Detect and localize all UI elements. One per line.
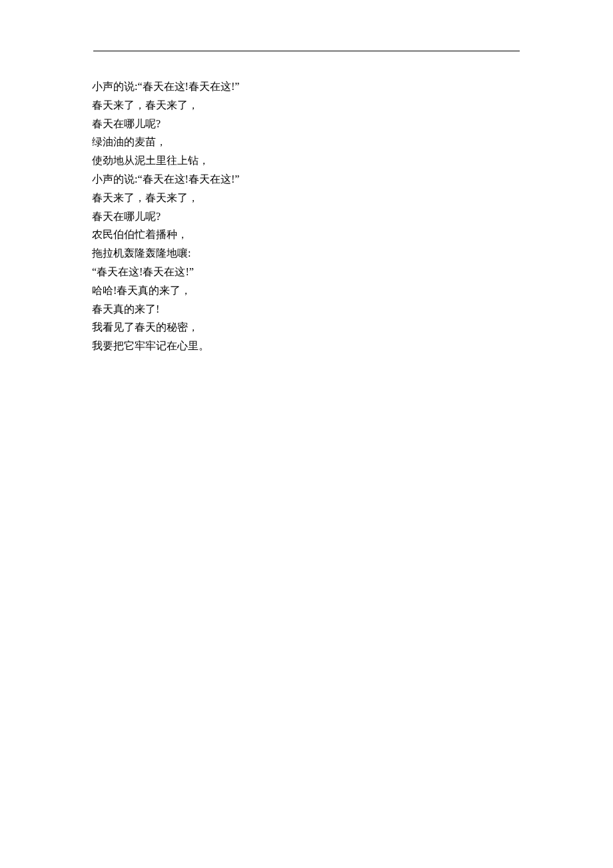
poem-line: “春天在这!春天在这!”: [92, 263, 518, 281]
poem-line: 绿油油的麦苗，: [92, 133, 518, 151]
poem-line: 哈哈!春天真的来了，: [92, 281, 518, 300]
poem-line: 使劲地从泥土里往上钻，: [92, 151, 518, 170]
poem-line: 春天在哪儿呢?: [92, 207, 518, 226]
poem-line: 我要把它牢牢记在心里。: [92, 337, 518, 355]
poem-line: 小声的说:“春天在这!春天在这!”: [92, 170, 518, 189]
header-rule: [93, 51, 520, 51]
poem-line: 我看见了春天的秘密，: [92, 318, 518, 337]
poem-line: 小声的说:“春天在这!春天在这!”: [92, 77, 518, 96]
poem-line: 春天在哪儿呢?: [92, 115, 518, 133]
document-page: 小声的说:“春天在这!春天在这!” 春天来了，春天来了， 春天在哪儿呢? 绿油油…: [0, 0, 613, 51]
poem-content: 小声的说:“春天在这!春天在这!” 春天来了，春天来了， 春天在哪儿呢? 绿油油…: [92, 77, 518, 355]
poem-line: 拖拉机轰隆轰隆地嚷:: [92, 244, 518, 263]
poem-line: 春天来了，春天来了，: [92, 189, 518, 207]
poem-line: 春天来了，春天来了，: [92, 96, 518, 115]
poem-line: 农民伯伯忙着播种，: [92, 225, 518, 244]
poem-line: 春天真的来了!: [92, 300, 518, 319]
